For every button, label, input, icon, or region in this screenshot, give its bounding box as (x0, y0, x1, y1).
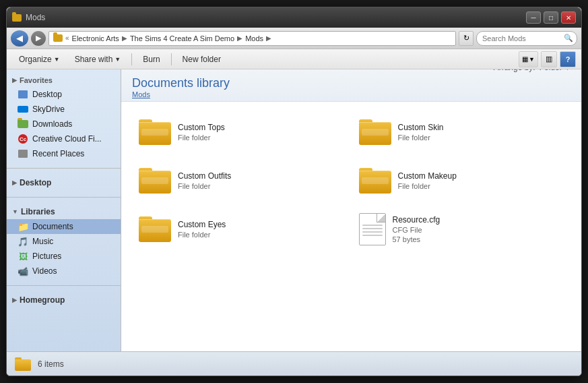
file-item-custom-outfits[interactable]: Custom Outfits File folder (132, 157, 351, 204)
path-part-3: Mods (245, 34, 263, 42)
minimize-button[interactable]: ─ (526, 11, 541, 24)
path-separator-3: ▶ (237, 34, 242, 42)
file-name-resource-cfg: Resource.cfg (393, 215, 440, 225)
path-folder-icon (53, 34, 63, 42)
sidebar-label-pictures: Pictures (32, 252, 61, 261)
file-size-resource-cfg: 57 bytes (393, 235, 440, 243)
file-name-custom-skin: Custom Skin (398, 123, 444, 132)
libraries-section: ▼ Libraries 📁 Documents 🎵 Music (7, 200, 121, 283)
new-folder-button[interactable]: New folder (176, 51, 228, 67)
folder-icon-custom-outfits (139, 168, 171, 194)
desktop-section: ▶ Desktop (7, 171, 121, 194)
sidebar-item-downloads[interactable]: Downloads (7, 117, 121, 131)
sidebar-item-music[interactable]: 🎵 Music (7, 234, 121, 249)
sidebar-label-desktop: Desktop (32, 90, 62, 99)
forward-button[interactable]: ▶ (31, 31, 46, 46)
arrange-control: Arrange by: Folder ▼ (494, 69, 570, 72)
sidebar-item-desktop[interactable]: Desktop (7, 87, 121, 102)
homegroup-section: ▶ Homegroup (7, 289, 121, 312)
view-toggle-button[interactable]: ▦ ▼ (519, 51, 538, 67)
close-button[interactable]: ✕ (561, 11, 576, 24)
file-info-custom-tops: Custom Tops File folder (178, 123, 225, 142)
library-title: Documents library (132, 76, 230, 90)
file-item-custom-skin[interactable]: Custom Skin File folder (352, 109, 571, 156)
favorites-title: Favorites (20, 76, 53, 84)
file-item-custom-tops[interactable]: Custom Tops File folder (132, 109, 351, 156)
sidebar-item-documents[interactable]: 📁 Documents (7, 219, 121, 234)
toolbar-separator-1 (131, 53, 132, 65)
file-type-custom-skin: File folder (398, 134, 444, 142)
file-name-custom-eyes: Custom Eyes (178, 220, 226, 229)
sidebar-label-recent: Recent Places (32, 149, 84, 158)
sidebar-item-creative-cloud[interactable]: Cc Creative Cloud Fi... (7, 131, 121, 146)
favorites-header[interactable]: ▶ Favorites (7, 73, 121, 87)
path-separator-1: « (65, 34, 69, 42)
homegroup-header[interactable]: ▶ Homegroup (7, 293, 121, 307)
arrange-value[interactable]: Folder ▼ (540, 69, 570, 72)
file-item-custom-makeup[interactable]: Custom Makeup File folder (352, 157, 571, 204)
sidebar-item-pictures[interactable]: 🖼 Pictures (7, 249, 121, 264)
file-type-custom-makeup: File folder (398, 182, 457, 190)
organize-chevron-icon: ▼ (54, 56, 60, 63)
path-separator-4: ▶ (266, 34, 271, 42)
file-info-custom-skin: Custom Skin File folder (398, 123, 444, 142)
title-bar-left: Mods (12, 13, 45, 22)
sidebar-item-skydrive[interactable]: SkyDrive (7, 102, 121, 117)
toolbar-right: ▦ ▼ ▥ ? (519, 51, 576, 67)
address-bar: ◀ ▶ « Electronic Arts ▶ The Sims 4 Creat… (7, 28, 581, 49)
sidebar-item-recent[interactable]: Recent Places (7, 146, 121, 161)
toolbar-separator-2 (171, 53, 172, 65)
recent-places-icon (18, 148, 28, 159)
desktop-icon (18, 89, 28, 100)
file-info-custom-makeup: Custom Makeup File folder (398, 171, 457, 190)
file-type-resource-cfg: CFG File (393, 226, 440, 234)
content-header: Documents library Mods Arrange by: Folde… (121, 69, 581, 102)
maximize-button[interactable]: □ (544, 11, 558, 24)
toolbar: Organize ▼ Share with ▼ Burn New folder … (7, 49, 581, 69)
sidebar-divider-1 (7, 168, 121, 169)
file-type-custom-outfits: File folder (178, 182, 231, 190)
file-info-resource-cfg: Resource.cfg CFG File 57 bytes (393, 215, 440, 243)
details-pane-button[interactable]: ▥ (541, 51, 557, 67)
libraries-chevron-icon: ▼ (12, 208, 18, 215)
folder-icon-custom-skin (359, 119, 391, 145)
sidebar-label-desktop-sec: Desktop (20, 178, 51, 187)
status-bar: 6 items (7, 351, 581, 376)
search-input[interactable] (476, 31, 577, 46)
folder-icon-custom-tops (139, 119, 171, 145)
sidebar-label-homegroup: Homegroup (20, 295, 65, 305)
desktop-chevron-icon: ▶ (12, 179, 17, 186)
sidebar-item-videos[interactable]: 📹 Videos (7, 264, 121, 278)
file-type-custom-tops: File folder (178, 134, 225, 142)
path-part-2: The Sims 4 Create A Sim Demo (130, 34, 234, 42)
refresh-button[interactable]: ↻ (459, 31, 473, 46)
window-title: Mods (26, 13, 45, 22)
folder-icon-custom-eyes (139, 216, 171, 242)
path-part-1: Electronic Arts (72, 34, 119, 42)
sidebar-label-downloads: Downloads (32, 119, 72, 129)
file-grid: Custom Tops File folder Custom Skin Fi (121, 102, 581, 351)
arrange-label: Arrange by: (494, 69, 535, 72)
sidebar-label-skydrive: SkyDrive (32, 105, 65, 114)
libraries-header[interactable]: ▼ Libraries (7, 204, 121, 219)
sidebar-label-libraries: Libraries (21, 207, 55, 216)
search-icon: 🔍 (564, 34, 573, 42)
share-with-button[interactable]: Share with ▼ (68, 51, 128, 67)
burn-button[interactable]: Burn (136, 51, 166, 67)
sidebar-divider-3 (7, 285, 121, 286)
file-type-custom-eyes: File folder (178, 231, 226, 239)
address-path[interactable]: « Electronic Arts ▶ The Sims 4 Create A … (48, 31, 456, 46)
file-name-custom-outfits: Custom Outfits (178, 171, 231, 181)
favorites-section: ▶ Favorites Desktop SkyDrive (7, 69, 121, 165)
sidebar-label-videos: Videos (32, 266, 57, 276)
status-item-count: 6 items (38, 359, 64, 369)
explorer-window: Mods ─ □ ✕ ◀ ▶ « Electronic Arts ▶ The S… (6, 7, 582, 376)
content-area: Documents library Mods Arrange by: Folde… (121, 69, 581, 351)
file-item-custom-eyes[interactable]: Custom Eyes File folder (132, 206, 351, 253)
back-button[interactable]: ◀ (11, 30, 28, 47)
library-subtitle[interactable]: Mods (132, 90, 230, 98)
help-button[interactable]: ? (560, 51, 576, 67)
organize-button[interactable]: Organize ▼ (12, 51, 67, 67)
file-item-resource-cfg[interactable]: Resource.cfg CFG File 57 bytes (352, 206, 571, 253)
desktop-header[interactable]: ▶ Desktop (7, 175, 121, 190)
